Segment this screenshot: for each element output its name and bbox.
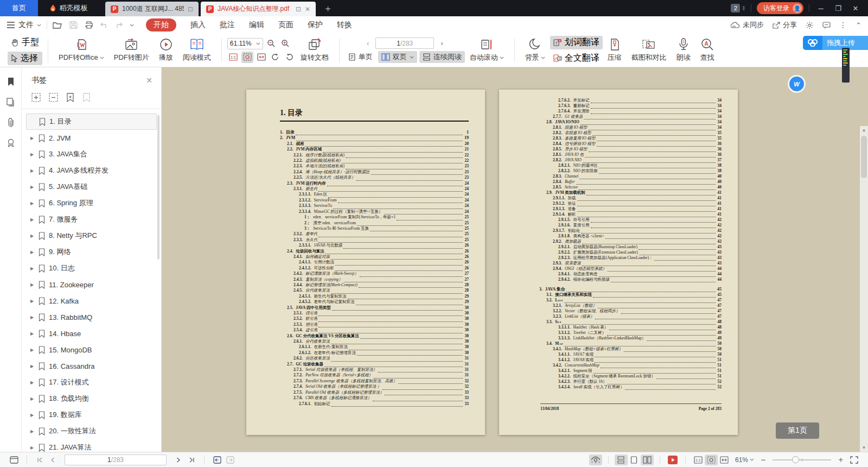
toc-entry[interactable]: 2.9.JVM 类加载机制41 — [539, 190, 722, 195]
toc-entry[interactable]: 2.4.垃圾回收与算法26 — [280, 249, 469, 254]
toc-entry[interactable]: 2.8.4.信号驱动 IO 模型36 — [539, 141, 722, 147]
status-play-button[interactable] — [666, 455, 679, 465]
toc-entry[interactable]: 2.7.4.Serial Old 收集器（单线程标记整理算法 ）32 — [280, 384, 469, 389]
toc-entry[interactable]: 2.3.1.2.ServivorFrom24 — [280, 198, 469, 203]
pdf-to-image-button[interactable]: PDF转图片 — [109, 38, 154, 62]
bookmark-item[interactable]: ▶7. 微服务 — [26, 211, 157, 228]
toc-entry[interactable]: 2：清空 eden、servicorFrom25 — [280, 220, 469, 226]
status-single-page-button[interactable] — [628, 455, 641, 465]
print-icon[interactable] — [85, 21, 93, 29]
status-fit-width-button[interactable] — [718, 455, 731, 465]
toc-entry[interactable]: 2.9.1.4.解析41 — [539, 212, 722, 217]
toc-entry[interactable]: 2.3.1.3.ServivorTo24 — [280, 203, 469, 209]
toc-entry[interactable]: 2.4.2.标记清除算法（Mark-Sweep）27 — [280, 271, 469, 276]
toc-entry[interactable]: 2.9.2.2.扩展类加载器(Extension ClassLoader)43 — [539, 250, 722, 255]
tab-doc-1[interactable]: P 1000道 互联网J... 485页 .pdf ⊡ — [105, 2, 199, 16]
select-tool-button[interactable]: 选择 — [8, 52, 42, 65]
toc-entry[interactable]: 2.4.4.标记整理算法(Mark-Compact)28 — [280, 282, 469, 288]
toc-entry[interactable]: 2.9.4.1.动态改变构造44 — [539, 272, 722, 277]
toc-entry[interactable]: 2.2.2.虚拟机栈(线程私有)22 — [280, 158, 469, 163]
add-bookmark-icon[interactable] — [66, 93, 74, 102]
toc-entry[interactable]: 2.2.3.本地方法区(线程私有)23 — [280, 163, 469, 169]
toc-entry[interactable]: 2.4.5.分代收集算法28 — [280, 288, 469, 293]
toc-entry[interactable]: 2.7.GC 垃圾收集器31 — [280, 362, 469, 367]
expander-icon[interactable]: ▶ — [30, 152, 35, 157]
toc-entry[interactable]: 2.8.JAVA IO/NIO34 — [539, 119, 722, 125]
bookmark-item[interactable]: ▶11. Zookeeper — [26, 276, 157, 293]
toc-entry[interactable]: 2.7.6.1.初始标记33 — [280, 401, 469, 407]
guest-login-button[interactable]: 访客登录 👤 — [757, 2, 803, 14]
hand-tool-button[interactable]: 手型 — [8, 36, 42, 49]
ribbon-tab-start[interactable]: 开始 — [146, 18, 176, 31]
expander-icon[interactable]: ▶ — [30, 217, 35, 222]
toc-entry[interactable]: 2.9.1.8.类构造器 <client>42 — [539, 234, 722, 239]
play-button[interactable]: 播放 — [154, 38, 178, 62]
sidebar-scrollbar[interactable] — [157, 115, 159, 260]
tab-doc-2[interactable]: P JAVA核心知识点整理.pdf ⊡ ✕ — [201, 2, 316, 16]
toc-entry[interactable]: 2.3.2.老年代25 — [280, 231, 469, 237]
status-page-input[interactable]: 1/283 — [65, 455, 167, 465]
scrollbar-thumb[interactable] — [861, 136, 867, 178]
sync-status[interactable]: 未同步 — [731, 20, 764, 30]
bookmark-item[interactable]: ▶18. 负载均衡 — [26, 390, 157, 407]
bookmark-item[interactable]: ▶19. 数据库 — [26, 407, 157, 423]
ribbon-tab-edit[interactable]: 编辑 — [249, 20, 264, 30]
expander-icon[interactable]: ▶ — [30, 315, 35, 320]
background-button[interactable]: 背景 — [520, 38, 550, 62]
toc-entry[interactable]: 3.1.接口继承关系和实现45 — [539, 292, 722, 298]
restore-button[interactable]: ❐ — [832, 4, 844, 12]
toc-entry[interactable]: 2.7.7.G1 收集器34 — [539, 114, 722, 119]
zoom-slider[interactable] — [773, 459, 831, 460]
toc-entry[interactable]: 1：eden、servicorFrom 复制到 ServicorTo，年龄+12… — [280, 214, 469, 220]
toc-entry[interactable]: 2.8.2.2.NIO 的非阻塞38 — [539, 168, 722, 174]
attachment-panel-icon[interactable] — [7, 118, 15, 127]
scroll-up-arrow[interactable]: ▲ — [860, 128, 868, 132]
bookmark-item[interactable]: ▶6. Spring 原理 — [26, 195, 157, 211]
toc-entry[interactable]: 2.8.2.1.NIO 的缓冲区38 — [539, 163, 722, 168]
toc-entry[interactable]: 2.2.1.程序计数器(线程私有)22 — [280, 153, 469, 158]
toc-entry[interactable]: 2.9.4.2.模块化编程与热插拔44 — [539, 277, 722, 282]
expander-icon[interactable]: ▶ — [30, 413, 35, 418]
toc-entry[interactable]: 2.9.1.7.初始化42 — [539, 228, 722, 234]
toc-entry[interactable]: 2.7.6.4.并发清除34 — [539, 109, 722, 114]
zoom-plus-button[interactable]: ＋ — [837, 455, 844, 465]
toc-entry[interactable]: 2.8.3.Channel40 — [539, 174, 722, 179]
expander-icon[interactable]: ▶ — [30, 168, 35, 173]
toc-entry[interactable]: 2.8.2.JAVA NIO37 — [539, 157, 722, 163]
read-aloud-button[interactable]: 朗读 — [672, 38, 695, 62]
single-page-button[interactable]: 单页 — [345, 51, 376, 63]
toc-entry[interactable]: 2.1.线程20 — [280, 141, 469, 147]
toc-entry[interactable]: 3.3.Set48 — [539, 319, 722, 325]
expander-icon[interactable]: ▶ — [30, 201, 35, 206]
wps-float-button[interactable]: W — [789, 77, 804, 91]
toc-entry[interactable]: 2.8.2.非阻塞 IO 模型35 — [539, 130, 722, 136]
continuous-read-button[interactable]: 连续阅读 — [419, 51, 465, 63]
find-button[interactable]: A 查找 — [695, 38, 719, 62]
toc-entry[interactable]: 2.5.4.虚引用30 — [280, 327, 469, 333]
status-continuous-view-button[interactable] — [615, 455, 628, 465]
monitor-icon[interactable]: ⊡ — [188, 5, 193, 13]
tab-home[interactable]: 首页 — [0, 0, 38, 16]
first-page-button[interactable] — [33, 455, 46, 465]
status-double-page-button[interactable] — [641, 455, 654, 465]
toc-entry[interactable]: 2.3.JVM 运行时内存24 — [280, 181, 469, 186]
toc-entry[interactable]: 3.4.2.4.Java8 实现（引入了红黑树）52 — [539, 384, 722, 390]
toc-entry[interactable]: 2.8.5.Selector40 — [539, 185, 722, 190]
ribbon-tab-page[interactable]: 页面 — [278, 20, 293, 30]
toc-entry[interactable]: 2.JVM19 — [280, 135, 469, 141]
toc-entry[interactable]: 2.2.4.堆（Heap-线程共享）-运行时数据区23 — [280, 169, 469, 175]
window-count-badge[interactable]: 2 — [731, 4, 740, 12]
toc-entry[interactable]: 2.5.2.软引用30 — [280, 316, 469, 321]
toc-entry[interactable]: 3.4.2.2.线程安全（Segment 继承 ReentrantLock 加锁… — [539, 374, 722, 379]
bookmark-item[interactable]: ▶20. 一致性算法 — [26, 423, 157, 439]
toc-entry[interactable]: 2.9.2.1.启动类加载器(Bootstrap ClassLoader)43 — [539, 244, 722, 250]
toc-entry[interactable]: 2.4.1.1.引用计数法26 — [280, 260, 469, 265]
fit-width-button[interactable] — [256, 52, 267, 63]
toc-entry[interactable]: 2.7.3.Parallel Scavenge 收集器（多线程复制算法、高效）3… — [280, 378, 469, 384]
toc-entry[interactable]: 2.8.4.Buffer40 — [539, 179, 722, 185]
expander-icon[interactable]: ▶ — [30, 331, 35, 336]
toc-entry[interactable]: 2.6.1.2.在老年代-标记整理算法30 — [280, 350, 469, 356]
toc-entry[interactable]: 2.7.6.3.重新标记34 — [539, 103, 722, 109]
full-translate-button[interactable]: A文 全文翻译 — [550, 52, 603, 65]
zoom-input[interactable]: 61.11% — [227, 38, 263, 49]
